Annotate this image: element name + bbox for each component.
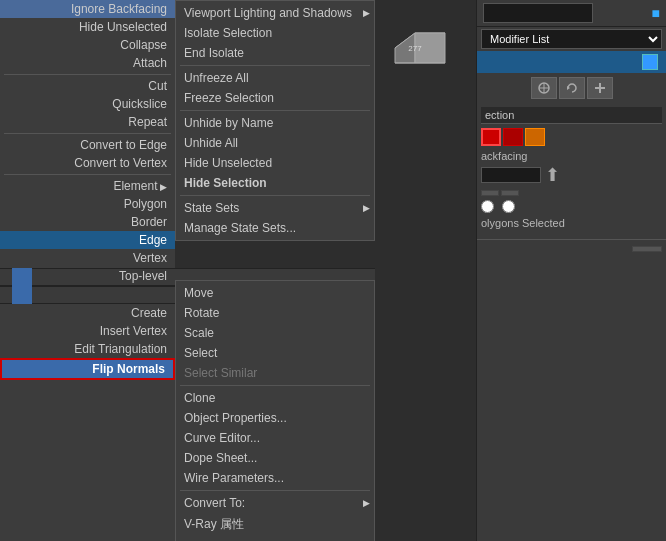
convert-to-vertex-item[interactable]: Convert to Vertex [0, 154, 175, 172]
manage-state-sets-item[interactable]: Manage State Sets... [176, 218, 374, 238]
hide-unselected-strip-item[interactable]: Hide Unselected [0, 18, 175, 36]
right-panel: ■ Modifier List ection ackfacing [476, 0, 666, 541]
angle-up-btn[interactable]: ⬆ [545, 164, 560, 186]
curve-editor-item[interactable]: Curve Editor... [176, 428, 374, 448]
left-strip-bottom: Create Insert Vertex Edit Triangulation … [0, 304, 175, 380]
top-level-item[interactable]: Top-level [0, 267, 175, 285]
rotate-icon-btn[interactable] [559, 77, 585, 99]
svg-rect-5 [599, 83, 601, 93]
vray-scene-converter-item[interactable]: V-Ray 场景转换器 [176, 536, 374, 541]
cut-item[interactable]: Cut [0, 77, 175, 95]
selection-icons [481, 128, 662, 146]
convert-to-item[interactable]: Convert To: [176, 493, 374, 513]
move-icon-btn[interactable] [531, 77, 557, 99]
modifier-list-dropdown[interactable]: Modifier List [481, 29, 662, 49]
context-menu-2: Move Rotate Scale Select Select Similar … [175, 280, 375, 541]
sel-icon-1[interactable] [481, 128, 501, 146]
freeze-selection-item[interactable]: Freeze Selection [176, 88, 374, 108]
polygons-selected: olygons Selected [481, 217, 662, 229]
select-item[interactable]: Select [176, 343, 374, 363]
left-strip-top-items: Ignore Backfacing Hide Unselected Collap… [0, 0, 175, 285]
wire-parameters-item[interactable]: Wire Parameters... [176, 468, 374, 488]
tools-blue-2[interactable] [12, 286, 32, 304]
strip-separator-2 [4, 133, 171, 134]
ignore-backfacing-item[interactable]: Ignore Backfacing [0, 0, 175, 18]
backface-label: ackfacing [481, 150, 662, 162]
scale-icon-btn[interactable] [587, 77, 613, 99]
multi-radio[interactable] [502, 200, 515, 213]
poly-icon [642, 54, 658, 70]
sel-icon-2[interactable] [503, 128, 523, 146]
end-isolate-item[interactable]: End Isolate [176, 43, 374, 63]
angle-input[interactable] [481, 167, 541, 183]
context-menu-1: Viewport Lighting and Shadows Isolate Se… [175, 0, 375, 241]
strip-separator-3 [4, 174, 171, 175]
vertex-item[interactable]: Vertex [0, 249, 175, 267]
separator-5 [180, 490, 370, 491]
hide-unselected-item[interactable]: Hide Unselected [176, 153, 374, 173]
select-similar-item[interactable]: Select Similar [176, 363, 374, 383]
panel-icon-row [477, 73, 666, 103]
hide-selection-item[interactable]: Hide Selection [176, 173, 374, 193]
elements-row [481, 246, 662, 252]
separator-1 [180, 65, 370, 66]
quickslice-item[interactable]: Quickslice [0, 95, 175, 113]
collapse-item[interactable]: Collapse [0, 36, 175, 54]
bottom-selection [477, 239, 666, 256]
border-item[interactable]: Border [0, 213, 175, 231]
clone-item[interactable]: Clone [176, 388, 374, 408]
viewport-3d-object: 277 [380, 10, 460, 70]
grow-loop-row [481, 190, 662, 196]
attach-item[interactable]: Attach [0, 54, 175, 72]
flip-normals-item[interactable]: Flip Normals [0, 358, 175, 380]
panel-header: ■ [477, 0, 666, 27]
poly-header [477, 51, 666, 73]
edit-triangulation-item[interactable]: Edit Triangulation [0, 340, 175, 358]
flip-button[interactable] [632, 246, 662, 252]
isolate-selection-item[interactable]: Isolate Selection [176, 23, 374, 43]
move-item[interactable]: Move [176, 283, 374, 303]
edge-item[interactable]: Edge [0, 231, 175, 249]
viewport-lighting-item[interactable]: Viewport Lighting and Shadows [176, 3, 374, 23]
polygon-item[interactable]: Polygon [0, 195, 175, 213]
selection-section: ection ackfacing ⬆ olygons Selected [477, 103, 666, 233]
rotate-item[interactable]: Rotate [176, 303, 374, 323]
repeat-item[interactable]: Repeat [0, 113, 175, 131]
loop-button[interactable] [501, 190, 519, 196]
radio-row [481, 200, 662, 213]
3d-object-svg: 277 [385, 13, 455, 68]
create-item[interactable]: Create [0, 304, 175, 322]
separator-4 [180, 385, 370, 386]
grow-button[interactable] [481, 190, 499, 196]
scale-item[interactable]: Scale [176, 323, 374, 343]
state-sets-item[interactable]: State Sets [176, 198, 374, 218]
unhide-by-name-item[interactable]: Unhide by Name [176, 113, 374, 133]
vray-attr-item[interactable]: V-Ray 属性 [176, 513, 374, 536]
dope-sheet-item[interactable]: Dope Sheet... [176, 448, 374, 468]
angle-row: ⬆ [481, 164, 662, 186]
element-item[interactable]: Element [0, 177, 175, 195]
subobj-radio[interactable] [481, 200, 494, 213]
strip-separator-1 [4, 74, 171, 75]
insert-vertex-item[interactable]: Insert Vertex [0, 322, 175, 340]
svg-text:277: 277 [408, 44, 422, 53]
unfreeze-all-item[interactable]: Unfreeze All [176, 68, 374, 88]
selection-title: ection [481, 107, 662, 124]
object-properties-item[interactable]: Object Properties... [176, 408, 374, 428]
separator-2 [180, 110, 370, 111]
sel-icon-3[interactable] [525, 128, 545, 146]
separator-3 [180, 195, 370, 196]
panel-color-indicator[interactable]: ■ [652, 5, 660, 21]
object-name-input[interactable] [483, 3, 593, 23]
unhide-all-item[interactable]: Unhide All [176, 133, 374, 153]
convert-to-edge-item[interactable]: Convert to Edge [0, 136, 175, 154]
